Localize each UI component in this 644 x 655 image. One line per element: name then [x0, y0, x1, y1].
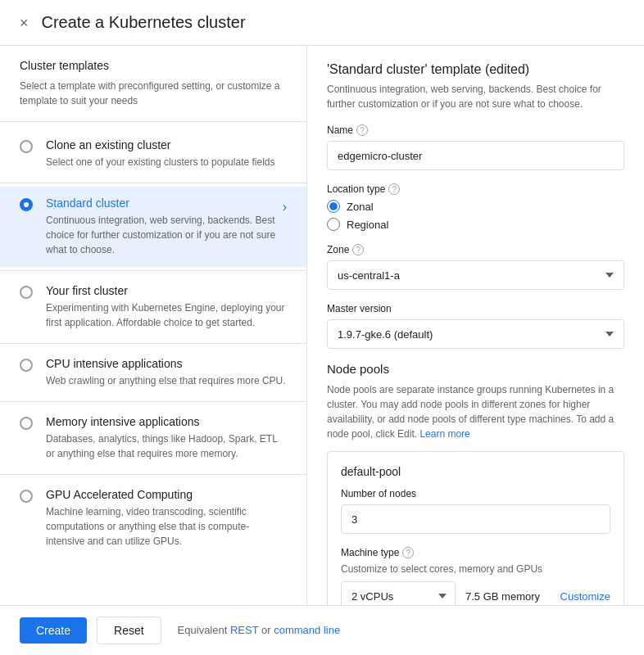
right-panel: 'Standard cluster' template (edited) Con…	[307, 46, 644, 605]
bottom-bar: Create Reset Equivalent REST or command …	[0, 605, 644, 654]
template-name-gpu: GPU Accelerated Computing	[46, 488, 287, 501]
machine-type-desc: Customize to select cores, memory and GP…	[341, 563, 610, 575]
template-desc-clone: Select one of your existing clusters to …	[46, 155, 287, 169]
template-name-first: Your first cluster	[46, 284, 287, 297]
name-field-group: Name ?	[327, 124, 624, 170]
machine-type-row: 2 vCPUs 7.5 GB memory Customize	[341, 581, 610, 605]
divider	[0, 401, 306, 402]
radio-gpu	[20, 490, 33, 503]
template-content-gpu: GPU Accelerated Computing Machine learni…	[46, 488, 287, 549]
radio-memory	[20, 417, 33, 430]
reset-button[interactable]: Reset	[97, 617, 161, 644]
template-item-clone[interactable]: Clone an existing cluster Select one of …	[0, 129, 306, 179]
cluster-templates-title: Cluster templates	[20, 59, 287, 72]
node-pool-card: default-pool Number of nodes Machine typ…	[327, 451, 624, 605]
template-desc-gpu: Machine learning, video transcoding, sci…	[46, 504, 287, 549]
template-content-cpu: CPU intensive applications Web crawling …	[46, 357, 287, 388]
radio-zonal-input[interactable]	[327, 200, 340, 213]
divider	[0, 270, 306, 271]
location-type-label: Location type ?	[327, 183, 624, 195]
left-panel-header: Cluster templates Select a template with…	[0, 59, 306, 115]
learn-more-link[interactable]: Learn more	[420, 428, 469, 440]
zone-label: Zone ?	[327, 244, 624, 255]
template-detail-desc: Continuous integration, web serving, bac…	[327, 82, 624, 111]
main-layout: Cluster templates Select a template with…	[0, 46, 644, 654]
template-desc-first: Experimenting with Kubernetes Engine, de…	[46, 300, 287, 330]
radio-regional-label: Regional	[347, 219, 388, 231]
zone-select[interactable]: us-central1-a	[327, 260, 624, 290]
template-name-clone: Clone an existing cluster	[46, 138, 287, 151]
master-version-select[interactable]: 1.9.7-gke.6 (default)	[327, 319, 624, 349]
radio-zonal[interactable]: Zonal	[327, 200, 624, 213]
radio-regional[interactable]: Regional	[327, 218, 624, 231]
node-pools-desc: Node pools are separate instance groups …	[327, 382, 624, 441]
machine-type-help-icon[interactable]: ?	[402, 547, 414, 558]
template-content-clone: Clone an existing cluster Select one of …	[46, 138, 287, 169]
template-content-standard: Standard cluster Continuous integration,…	[46, 196, 276, 257]
template-desc-cpu: Web crawling or anything else that requi…	[46, 373, 287, 388]
num-nodes-input[interactable]	[341, 504, 610, 534]
machine-type-select[interactable]: 2 vCPUs	[341, 581, 456, 605]
name-help-icon[interactable]: ?	[356, 124, 368, 136]
template-content-first: Your first cluster Experimenting with Ku…	[46, 284, 287, 330]
node-pools-section: Node pools Node pools are separate insta…	[327, 362, 624, 605]
name-label: Name ?	[327, 124, 624, 136]
zone-field-group: Zone ? us-central1-a	[327, 244, 624, 290]
template-item-standard[interactable]: Standard cluster Continuous integration,…	[0, 187, 306, 267]
divider	[0, 343, 306, 344]
create-button[interactable]: Create	[20, 617, 87, 644]
template-name-memory: Memory intensive applications	[46, 415, 287, 428]
radio-regional-input[interactable]	[327, 218, 340, 231]
template-name-standard: Standard cluster	[46, 196, 276, 210]
memory-text: 7.5 GB memory	[465, 590, 551, 603]
template-name-cpu: CPU intensive applications	[46, 357, 287, 370]
customize-link[interactable]: Customize	[560, 590, 610, 603]
template-item-gpu[interactable]: GPU Accelerated Computing Machine learni…	[0, 478, 306, 558]
dialog-header: × Create a Kubernetes cluster	[0, 0, 644, 46]
location-type-radio-group: Zonal Regional	[327, 200, 624, 231]
template-content-memory: Memory intensive applications Databases,…	[46, 415, 287, 461]
node-pool-name: default-pool	[341, 465, 610, 478]
chevron-right-icon: ›	[283, 200, 287, 215]
command-line-link[interactable]: command line	[274, 624, 340, 636]
machine-type-field-group: Machine type ? Customize to select cores…	[341, 547, 610, 605]
left-panel: Cluster templates Select a template with…	[0, 46, 307, 605]
machine-type-label: Machine type ?	[341, 547, 610, 558]
template-detail-title: 'Standard cluster' template (edited)	[327, 62, 624, 77]
template-desc-standard: Continuous integration, web serving, bac…	[46, 213, 276, 257]
template-item-first[interactable]: Your first cluster Experimenting with Ku…	[0, 274, 306, 340]
cluster-templates-desc: Select a template with preconfigured set…	[20, 79, 287, 108]
radio-cpu	[20, 359, 33, 372]
master-version-label: Master version	[327, 303, 624, 314]
location-type-help-icon[interactable]: ?	[388, 183, 400, 195]
location-type-field-group: Location type ? Zonal Regional	[327, 183, 624, 231]
num-nodes-label: Number of nodes	[341, 488, 610, 499]
dialog-title: Create a Kubernetes cluster	[42, 13, 246, 32]
close-icon[interactable]: ×	[20, 16, 29, 30]
divider	[0, 474, 306, 475]
radio-zonal-label: Zonal	[347, 201, 374, 213]
num-nodes-field-group: Number of nodes	[341, 488, 610, 534]
template-desc-memory: Databases, analytics, things like Hadoop…	[46, 431, 287, 461]
template-item-memory[interactable]: Memory intensive applications Databases,…	[0, 405, 306, 471]
radio-first	[20, 286, 33, 299]
master-version-field-group: Master version 1.9.7-gke.6 (default)	[327, 303, 624, 349]
template-item-cpu[interactable]: CPU intensive applications Web crawling …	[0, 347, 306, 398]
radio-clone	[20, 140, 33, 153]
radio-standard	[20, 198, 33, 211]
node-pools-title: Node pools	[327, 362, 624, 376]
divider	[0, 121, 306, 122]
rest-link[interactable]: REST	[230, 624, 258, 636]
divider	[0, 183, 306, 183]
equivalent-text: Equivalent REST or command line	[178, 624, 341, 636]
name-input[interactable]	[327, 141, 624, 170]
zone-help-icon[interactable]: ?	[352, 244, 364, 255]
